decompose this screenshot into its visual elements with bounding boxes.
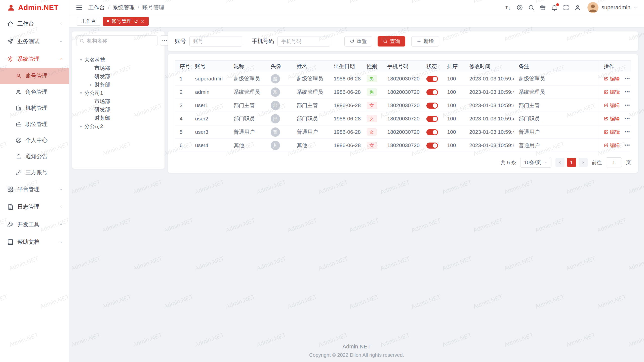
tab-workbench[interactable]: 工作台 xyxy=(77,17,100,26)
tree-node[interactable]: 市场部 xyxy=(76,97,160,105)
prev-page-button[interactable] xyxy=(555,158,565,167)
chevron-right-icon xyxy=(581,160,585,165)
tree-caret-icon[interactable]: ▸ xyxy=(88,82,94,87)
grid-icon xyxy=(7,186,14,193)
status-toggle[interactable] xyxy=(426,129,438,135)
column-header: 序号 xyxy=(175,61,191,72)
sidebar-item-label: 个人中心 xyxy=(25,137,48,144)
edit-button[interactable]: 编辑 xyxy=(604,102,620,109)
tree-node[interactable]: 财务部 xyxy=(76,114,160,122)
row-more-button[interactable]: ⋯ xyxy=(624,75,630,82)
tree-node[interactable]: ▾大名科技 xyxy=(76,56,160,64)
tree-caret-icon[interactable]: ▸ xyxy=(78,124,84,128)
row-more-button[interactable]: ⋯ xyxy=(624,89,630,95)
edit-button[interactable]: 编辑 xyxy=(604,115,620,122)
edit-button[interactable]: 编辑 xyxy=(604,142,620,149)
sidebar-item-role-management[interactable]: 角色管理 xyxy=(0,84,69,100)
breadcrumb-item[interactable]: 系统管理 xyxy=(112,4,135,11)
sidebar-nav: 工作台业务测试系统管理账号管理角色管理机构管理职位管理个人中心通知公告三方账号平… xyxy=(0,15,69,362)
phone-input[interactable] xyxy=(277,36,330,47)
tree-node[interactable]: 研发部 xyxy=(76,72,160,80)
sidebar-item-position-management[interactable]: 职位管理 xyxy=(0,116,69,132)
theme-button[interactable] xyxy=(516,4,523,11)
sidebar-item-system-management[interactable]: 系统管理 xyxy=(0,50,69,68)
building-icon xyxy=(16,105,22,111)
sidebar-item-business-test[interactable]: 业务测试 xyxy=(0,33,69,50)
close-icon xyxy=(140,19,145,23)
status-toggle[interactable] xyxy=(426,143,438,149)
column-header: 备注 xyxy=(514,61,599,72)
tab-close-button[interactable] xyxy=(140,19,145,23)
app-logo[interactable]: Admin.NET xyxy=(0,0,69,15)
column-header: 出生日期 xyxy=(329,61,362,72)
user-icon xyxy=(16,73,22,79)
sidebar-item-workbench[interactable]: 工作台 xyxy=(0,15,69,33)
next-page-button[interactable] xyxy=(579,158,588,167)
sidebar-item-third-party-account[interactable]: 三方账号 xyxy=(0,164,69,180)
cell-avatar: 系 xyxy=(266,85,292,99)
cell-account: user3 xyxy=(191,125,229,139)
tab-refresh-button[interactable] xyxy=(134,19,138,23)
sidebar-item-help-docs[interactable]: 帮助文档 xyxy=(0,233,69,251)
row-more-button[interactable]: ⋯ xyxy=(624,142,630,148)
sidebar-item-account-management[interactable]: 账号管理 xyxy=(0,68,69,84)
status-toggle[interactable] xyxy=(426,103,438,109)
cell-nickname: 部门主管 xyxy=(229,99,266,112)
tree-caret-icon[interactable]: ▾ xyxy=(78,58,84,62)
profile-button[interactable] xyxy=(574,4,581,11)
tree-caret-icon[interactable]: ▾ xyxy=(78,91,84,95)
sidebar-item-notice-announcement[interactable]: 通知公告 xyxy=(0,148,69,164)
fullscreen-button[interactable] xyxy=(563,4,569,11)
edit-button[interactable]: 编辑 xyxy=(604,89,620,96)
edit-button[interactable]: 编辑 xyxy=(604,75,620,82)
user-menu[interactable]: superadmin xyxy=(587,2,637,13)
global-search-button[interactable] xyxy=(528,4,535,11)
cell-order: 100 xyxy=(443,139,465,152)
page-number-button[interactable]: 1 xyxy=(567,158,576,167)
page-size-select[interactable]: 10条/页 xyxy=(520,157,551,168)
cell-account: user1 xyxy=(191,99,229,112)
goto-page-input[interactable] xyxy=(606,157,622,167)
breadcrumb-item[interactable]: 工作台 xyxy=(88,4,105,11)
breadcrumb-item[interactable]: 账号管理 xyxy=(142,4,164,11)
row-more-button[interactable]: ⋯ xyxy=(624,129,630,135)
tree-node[interactable]: ▸分公司2 xyxy=(76,122,160,130)
record-icon xyxy=(516,4,523,11)
font-size-button[interactable]: Tt xyxy=(505,4,511,11)
row-more-button[interactable]: ⋯ xyxy=(624,102,630,108)
whats-new-button[interactable] xyxy=(540,4,546,11)
edit-label: 编辑 xyxy=(610,129,620,135)
row-more-button[interactable]: ⋯ xyxy=(624,115,630,122)
menu-toggle-button[interactable] xyxy=(76,4,83,11)
notifications-button[interactable] xyxy=(551,4,558,11)
sidebar-item-personal-center[interactable]: 个人中心 xyxy=(0,132,69,148)
sidebar-item-org-management[interactable]: 机构管理 xyxy=(0,100,69,116)
edit-icon xyxy=(604,116,608,121)
tab-account-management[interactable]: 账号管理 xyxy=(103,17,149,26)
reset-button[interactable]: 重置 xyxy=(344,36,372,47)
tree-node[interactable]: ▸财务部 xyxy=(76,80,160,89)
sidebar-item-platform-management[interactable]: 平台管理 xyxy=(0,180,69,198)
search-button[interactable]: 查询 xyxy=(378,36,405,47)
tree-node[interactable]: ▾分公司1 xyxy=(76,89,160,97)
cell-birth-date: 1986-06-28 xyxy=(329,85,362,99)
org-search-field[interactable] xyxy=(76,35,157,46)
sidebar-item-dev-tools[interactable]: 开发工具 xyxy=(0,216,69,233)
tree-node[interactable]: 市场部 xyxy=(76,64,160,72)
account-input[interactable] xyxy=(189,36,242,47)
breadcrumb-separator: / xyxy=(108,4,109,11)
edit-button[interactable]: 编辑 xyxy=(604,129,620,135)
status-toggle[interactable] xyxy=(426,76,438,82)
add-button[interactable]: 新增 xyxy=(411,36,439,47)
chevron-up-icon xyxy=(59,57,63,61)
cell-remark: 部门主管 xyxy=(514,99,599,112)
status-toggle[interactable] xyxy=(426,89,438,95)
tree-node[interactable]: 研发部 xyxy=(76,105,160,114)
status-toggle[interactable] xyxy=(426,116,438,122)
sidebar-item-log-management[interactable]: 日志管理 xyxy=(0,198,69,216)
org-search-row: ⋯ xyxy=(76,35,160,46)
cell-order: 100 xyxy=(443,112,465,125)
cell-modified-time: 2023-01-03 10:59:44 xyxy=(465,125,514,139)
org-search-input[interactable] xyxy=(87,38,154,44)
chevron-down-icon xyxy=(59,240,63,244)
